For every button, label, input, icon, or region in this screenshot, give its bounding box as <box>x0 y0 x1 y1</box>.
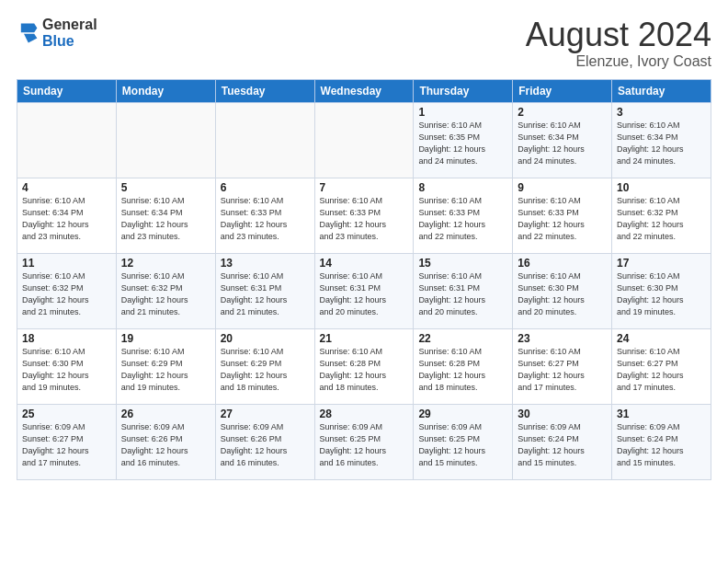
table-row: 6Sunrise: 6:10 AMSunset: 6:33 PMDaylight… <box>215 178 314 253</box>
table-row: 5Sunrise: 6:10 AMSunset: 6:34 PMDaylight… <box>116 178 215 253</box>
col-wednesday: Wednesday <box>314 79 414 102</box>
logo-icon <box>17 20 39 46</box>
day-number: 11 <box>22 257 111 270</box>
day-number: 12 <box>121 257 210 270</box>
day-number: 22 <box>418 332 507 345</box>
table-row: 4Sunrise: 6:10 AMSunset: 6:34 PMDaylight… <box>17 178 117 253</box>
page: General Blue August 2024 Elenzue, Ivory … <box>0 0 728 563</box>
day-info: Sunrise: 6:10 AMSunset: 6:31 PMDaylight:… <box>221 270 310 318</box>
day-info: Sunrise: 6:09 AMSunset: 6:25 PMDaylight:… <box>418 421 507 469</box>
day-number: 26 <box>121 408 210 420</box>
table-row <box>116 102 215 178</box>
table-row: 27Sunrise: 6:09 AMSunset: 6:26 PMDayligh… <box>215 404 314 479</box>
weekday-header-row: Sunday Monday Tuesday Wednesday Thursday… <box>17 79 711 102</box>
table-row: 14Sunrise: 6:10 AMSunset: 6:31 PMDayligh… <box>314 253 414 328</box>
table-row: 15Sunrise: 6:10 AMSunset: 6:31 PMDayligh… <box>414 253 513 328</box>
col-thursday: Thursday <box>414 79 513 102</box>
table-row <box>17 102 117 178</box>
day-info: Sunrise: 6:10 AMSunset: 6:34 PMDaylight:… <box>121 195 210 243</box>
day-number: 24 <box>617 332 706 345</box>
day-number: 30 <box>518 408 607 420</box>
table-row: 31Sunrise: 6:09 AMSunset: 6:24 PMDayligh… <box>612 404 711 479</box>
day-number: 16 <box>518 257 607 270</box>
month-title: August 2024 <box>526 17 711 53</box>
table-row: 23Sunrise: 6:10 AMSunset: 6:27 PMDayligh… <box>513 328 612 404</box>
table-row: 18Sunrise: 6:10 AMSunset: 6:30 PMDayligh… <box>17 328 117 404</box>
day-number: 15 <box>418 257 507 270</box>
day-number: 18 <box>22 332 111 345</box>
day-info: Sunrise: 6:10 AMSunset: 6:30 PMDaylight:… <box>22 346 111 394</box>
day-number: 21 <box>320 332 409 345</box>
day-info: Sunrise: 6:10 AMSunset: 6:28 PMDaylight:… <box>320 346 409 394</box>
day-info: Sunrise: 6:10 AMSunset: 6:33 PMDaylight:… <box>518 195 607 243</box>
col-friday: Friday <box>513 79 612 102</box>
day-info: Sunrise: 6:09 AMSunset: 6:27 PMDaylight:… <box>22 421 111 469</box>
day-number: 27 <box>221 408 310 420</box>
day-number: 9 <box>518 181 607 194</box>
day-info: Sunrise: 6:09 AMSunset: 6:26 PMDaylight:… <box>221 421 310 469</box>
day-info: Sunrise: 6:10 AMSunset: 6:34 PMDaylight:… <box>22 195 111 243</box>
header: General Blue August 2024 Elenzue, Ivory … <box>17 17 711 70</box>
title-block: August 2024 Elenzue, Ivory Coast <box>526 17 711 70</box>
table-row: 7Sunrise: 6:10 AMSunset: 6:33 PMDaylight… <box>314 178 414 253</box>
col-tuesday: Tuesday <box>215 79 314 102</box>
logo-general: General <box>42 17 97 33</box>
calendar: Sunday Monday Tuesday Wednesday Thursday… <box>17 79 711 480</box>
day-number: 1 <box>418 106 507 119</box>
table-row <box>215 102 314 178</box>
day-number: 20 <box>221 332 310 345</box>
table-row: 22Sunrise: 6:10 AMSunset: 6:28 PMDayligh… <box>414 328 513 404</box>
day-info: Sunrise: 6:10 AMSunset: 6:32 PMDaylight:… <box>617 195 706 243</box>
day-number: 6 <box>221 181 310 194</box>
day-info: Sunrise: 6:10 AMSunset: 6:33 PMDaylight:… <box>320 195 409 243</box>
logo-blue: Blue <box>42 33 97 50</box>
table-row: 1Sunrise: 6:10 AMSunset: 6:35 PMDaylight… <box>414 102 513 178</box>
day-info: Sunrise: 6:10 AMSunset: 6:30 PMDaylight:… <box>617 270 706 318</box>
day-info: Sunrise: 6:10 AMSunset: 6:32 PMDaylight:… <box>121 270 210 318</box>
table-row: 30Sunrise: 6:09 AMSunset: 6:24 PMDayligh… <box>513 404 612 479</box>
day-info: Sunrise: 6:10 AMSunset: 6:29 PMDaylight:… <box>121 346 210 394</box>
day-number: 19 <box>121 332 210 345</box>
table-row: 11Sunrise: 6:10 AMSunset: 6:32 PMDayligh… <box>17 253 117 328</box>
table-row: 24Sunrise: 6:10 AMSunset: 6:27 PMDayligh… <box>612 328 711 404</box>
logo-text: General Blue <box>42 17 97 49</box>
week-row-3: 11Sunrise: 6:10 AMSunset: 6:32 PMDayligh… <box>17 253 711 328</box>
day-number: 4 <box>22 181 111 194</box>
location-title: Elenzue, Ivory Coast <box>526 53 711 70</box>
day-info: Sunrise: 6:09 AMSunset: 6:25 PMDaylight:… <box>320 421 409 469</box>
table-row: 8Sunrise: 6:10 AMSunset: 6:33 PMDaylight… <box>414 178 513 253</box>
week-row-5: 25Sunrise: 6:09 AMSunset: 6:27 PMDayligh… <box>17 404 711 479</box>
day-info: Sunrise: 6:10 AMSunset: 6:33 PMDaylight:… <box>418 195 507 243</box>
week-row-2: 4Sunrise: 6:10 AMSunset: 6:34 PMDaylight… <box>17 178 711 253</box>
table-row: 28Sunrise: 6:09 AMSunset: 6:25 PMDayligh… <box>314 404 414 479</box>
day-info: Sunrise: 6:10 AMSunset: 6:34 PMDaylight:… <box>617 120 706 167</box>
table-row: 21Sunrise: 6:10 AMSunset: 6:28 PMDayligh… <box>314 328 414 404</box>
table-row: 20Sunrise: 6:10 AMSunset: 6:29 PMDayligh… <box>215 328 314 404</box>
table-row: 19Sunrise: 6:10 AMSunset: 6:29 PMDayligh… <box>116 328 215 404</box>
logo: General Blue <box>17 17 97 49</box>
svg-marker-0 <box>21 23 38 32</box>
day-number: 29 <box>418 408 507 420</box>
table-row: 17Sunrise: 6:10 AMSunset: 6:30 PMDayligh… <box>612 253 711 328</box>
day-number: 13 <box>221 257 310 270</box>
day-number: 5 <box>121 181 210 194</box>
day-number: 8 <box>418 181 507 194</box>
day-number: 10 <box>617 181 706 194</box>
table-row: 26Sunrise: 6:09 AMSunset: 6:26 PMDayligh… <box>116 404 215 479</box>
day-number: 14 <box>320 257 409 270</box>
week-row-1: 1Sunrise: 6:10 AMSunset: 6:35 PMDaylight… <box>17 102 711 178</box>
table-row: 10Sunrise: 6:10 AMSunset: 6:32 PMDayligh… <box>612 178 711 253</box>
day-number: 2 <box>518 106 607 119</box>
table-row: 29Sunrise: 6:09 AMSunset: 6:25 PMDayligh… <box>414 404 513 479</box>
table-row: 25Sunrise: 6:09 AMSunset: 6:27 PMDayligh… <box>17 404 117 479</box>
table-row: 9Sunrise: 6:10 AMSunset: 6:33 PMDaylight… <box>513 178 612 253</box>
day-info: Sunrise: 6:10 AMSunset: 6:30 PMDaylight:… <box>518 270 607 318</box>
day-info: Sunrise: 6:10 AMSunset: 6:31 PMDaylight:… <box>320 270 409 318</box>
table-row: 16Sunrise: 6:10 AMSunset: 6:30 PMDayligh… <box>513 253 612 328</box>
day-info: Sunrise: 6:10 AMSunset: 6:29 PMDaylight:… <box>221 346 310 394</box>
svg-marker-1 <box>24 33 37 42</box>
day-info: Sunrise: 6:10 AMSunset: 6:27 PMDaylight:… <box>518 346 607 394</box>
table-row <box>314 102 414 178</box>
table-row: 2Sunrise: 6:10 AMSunset: 6:34 PMDaylight… <box>513 102 612 178</box>
day-info: Sunrise: 6:10 AMSunset: 6:35 PMDaylight:… <box>418 120 507 167</box>
